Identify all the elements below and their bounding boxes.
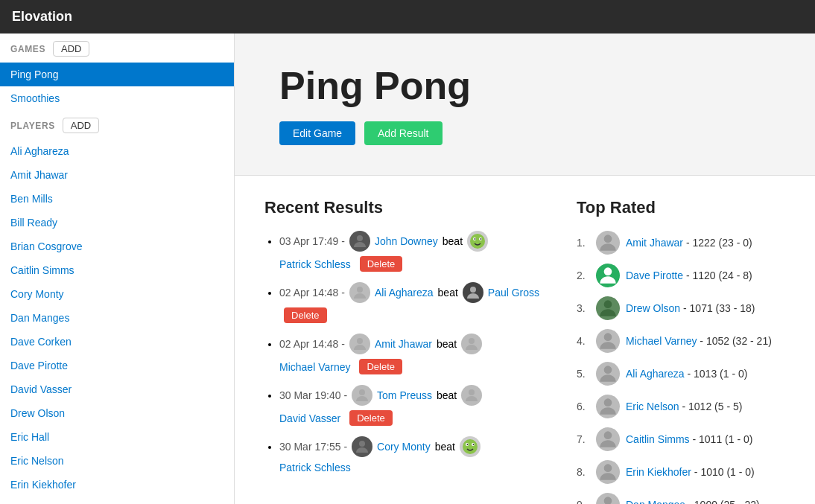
loser-name[interactable]: Michael Varney bbox=[279, 361, 350, 373]
sidebar-player-item[interactable]: David Vasser bbox=[0, 377, 234, 401]
add-game-button[interactable]: ADD bbox=[53, 41, 89, 57]
rated-name-stats[interactable]: Dan Manges - 1009 (25 - 22) bbox=[626, 499, 760, 504]
rated-name: Drew Olson bbox=[626, 302, 680, 314]
rated-name-stats[interactable]: Caitlin Simms - 1011 (1 - 0) bbox=[626, 433, 752, 445]
rated-name: Dan Manges bbox=[626, 499, 685, 504]
rated-name-stats[interactable]: Ali Aghareza - 1013 (1 - 0) bbox=[626, 368, 747, 380]
svg-point-5 bbox=[481, 238, 482, 240]
players-label: PLAYERS bbox=[10, 121, 55, 131]
rated-name: Amit Jhawar bbox=[626, 237, 683, 249]
sidebar-player-item[interactable]: Drew Olson bbox=[0, 401, 234, 425]
sidebar-player-item[interactable]: Bill Ready bbox=[0, 211, 234, 235]
winner-name[interactable]: Ali Aghareza bbox=[375, 287, 434, 299]
rated-avatar bbox=[596, 493, 620, 504]
rated-rank: 2. bbox=[577, 269, 590, 281]
rated-name: Erin Kiekhofer bbox=[626, 466, 691, 478]
rated-name-stats[interactable]: Eric Nelson - 1012 (5 - 5) bbox=[626, 401, 742, 412]
beat-text: beat bbox=[437, 389, 457, 401]
winner-avatar bbox=[349, 282, 370, 303]
players-section-header: PLAYERS ADD bbox=[0, 110, 234, 139]
svg-point-4 bbox=[475, 238, 476, 240]
delete-result-button[interactable]: Delete bbox=[359, 359, 402, 374]
delete-result-button[interactable]: Delete bbox=[349, 410, 393, 426]
winner-name[interactable]: Tom Preuss bbox=[377, 389, 432, 401]
rated-avatar bbox=[596, 329, 620, 353]
rated-name: Caitlin Simms bbox=[626, 433, 690, 445]
sidebar-player-item[interactable]: Amit Jhawar bbox=[0, 163, 234, 187]
rated-stats: - 1071 (33 - 18) bbox=[683, 302, 755, 314]
svg-point-17 bbox=[472, 444, 474, 445]
rated-name-stats[interactable]: Amit Jhawar - 1222 (23 - 0) bbox=[626, 237, 752, 249]
rated-list: 1. Amit Jhawar - 1222 (23 - 0) 2. Dave P… bbox=[577, 231, 785, 504]
svg-point-9 bbox=[469, 338, 475, 344]
rated-name-stats[interactable]: Drew Olson - 1071 (33 - 18) bbox=[626, 302, 755, 314]
svg-point-6 bbox=[357, 287, 363, 293]
sidebar-item-smoothies[interactable]: Smoothies bbox=[0, 86, 234, 110]
winner-name[interactable]: Amit Jhawar bbox=[375, 338, 432, 350]
winner-avatar bbox=[352, 385, 372, 406]
svg-point-25 bbox=[604, 464, 612, 472]
players-list: Ali AgharezaAmit JhawarBen MillsBill Rea… bbox=[0, 139, 234, 504]
sidebar-player-item[interactable]: Brian Cosgrove bbox=[0, 235, 234, 258]
rated-stats: - 1222 (23 - 0) bbox=[686, 237, 752, 249]
top-rated-title: Top Rated bbox=[577, 198, 785, 217]
sidebar-player-item[interactable]: Cory Monty bbox=[0, 282, 234, 306]
loser-avatar bbox=[461, 385, 482, 406]
rated-item: 8. Erin Kiekhofer - 1010 (1 - 0) bbox=[577, 460, 785, 484]
result-timestamp: 30 Mar 17:55 - bbox=[279, 441, 347, 453]
sidebar-player-item[interactable]: Ben Mills bbox=[0, 187, 234, 211]
loser-name[interactable]: Patrick Schless bbox=[279, 462, 351, 473]
rated-name-stats[interactable]: Dave Pirotte - 1120 (24 - 8) bbox=[626, 269, 752, 281]
sidebar-player-item[interactable]: Dave Pirotte bbox=[0, 354, 234, 377]
rated-stats: - 1010 (1 - 0) bbox=[694, 466, 755, 478]
sidebar-player-item[interactable]: Dave Corken bbox=[0, 330, 234, 354]
sidebar-player-item[interactable]: Ali Aghareza bbox=[0, 139, 234, 163]
edit-game-button[interactable]: Edit Game bbox=[279, 121, 355, 145]
result-timestamp: 02 Apr 14:48 - bbox=[279, 287, 345, 299]
sidebar-player-item[interactable]: Dan Manges bbox=[0, 306, 234, 330]
sidebar-player-item[interactable]: Eric Hall bbox=[0, 425, 234, 449]
loser-name[interactable]: Paul Gross bbox=[488, 287, 539, 299]
winner-name[interactable]: John Downey bbox=[375, 235, 438, 247]
hero-section: Ping Pong Edit Game Add Result bbox=[235, 34, 815, 176]
beat-text: beat bbox=[435, 441, 455, 453]
add-result-button[interactable]: Add Result bbox=[364, 121, 442, 145]
rated-rank: 8. bbox=[577, 466, 590, 478]
rated-avatar bbox=[596, 427, 620, 451]
svg-point-13 bbox=[463, 439, 478, 454]
delete-result-button[interactable]: Delete bbox=[284, 307, 327, 323]
svg-point-10 bbox=[359, 389, 365, 395]
rated-name-stats[interactable]: Michael Varney - 1052 (32 - 21) bbox=[626, 335, 772, 347]
svg-point-20 bbox=[604, 300, 612, 308]
rated-avatar bbox=[596, 460, 620, 484]
svg-point-22 bbox=[604, 366, 612, 374]
content-area: Recent Results 03 Apr 17:49 - John Downe… bbox=[235, 176, 815, 504]
sidebar-item-ping-pong[interactable]: Ping Pong bbox=[0, 63, 234, 86]
svg-point-1 bbox=[470, 234, 485, 249]
sidebar-player-item[interactable]: Faiva Walker bbox=[0, 497, 234, 504]
game-title: Ping Pong bbox=[279, 63, 770, 108]
rated-name-stats[interactable]: Erin Kiekhofer - 1010 (1 - 0) bbox=[626, 466, 755, 478]
svg-point-7 bbox=[470, 287, 476, 293]
rated-stats: - 1052 (32 - 21) bbox=[700, 335, 772, 347]
sidebar-player-item[interactable]: Erin Kiekhofer bbox=[0, 473, 234, 497]
sidebar-player-item[interactable]: Caitlin Simms bbox=[0, 258, 234, 282]
rated-name: Eric Nelson bbox=[626, 401, 679, 412]
rated-item: 9. Dan Manges - 1009 (25 - 22) bbox=[577, 493, 785, 504]
loser-name[interactable]: David Vasser bbox=[279, 412, 340, 424]
results-list: 03 Apr 17:49 - John Downey beat Patrick … bbox=[264, 231, 547, 473]
winner-avatar bbox=[349, 334, 370, 354]
rated-avatar bbox=[596, 264, 620, 287]
svg-point-26 bbox=[604, 497, 612, 504]
rated-item: 6. Eric Nelson - 1012 (5 - 5) bbox=[577, 395, 785, 418]
sidebar-player-item[interactable]: Eric Nelson bbox=[0, 449, 234, 473]
result-item: 02 Apr 14:48 - Ali Aghareza beat Paul Gr… bbox=[279, 282, 547, 323]
rated-rank: 6. bbox=[577, 401, 590, 412]
result-item: 02 Apr 14:48 - Amit Jhawar beat Michael … bbox=[279, 334, 547, 374]
games-section-header: GAMES ADD bbox=[0, 34, 234, 63]
beat-text: beat bbox=[438, 287, 458, 299]
winner-name[interactable]: Cory Monty bbox=[377, 441, 431, 453]
add-player-button[interactable]: ADD bbox=[63, 118, 99, 133]
loser-name[interactable]: Patrick Schless bbox=[279, 258, 351, 270]
delete-result-button[interactable]: Delete bbox=[360, 256, 403, 272]
